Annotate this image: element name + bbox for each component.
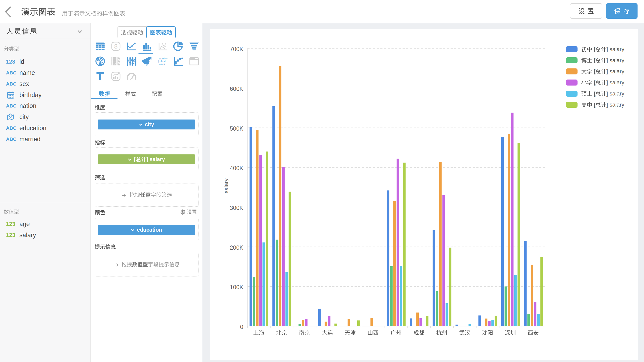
svg-text:200K: 200K (230, 244, 244, 251)
svg-text:0: 0 (240, 324, 243, 330)
svg-text:100K: 100K (230, 284, 244, 290)
svg-text:300K: 300K (230, 205, 244, 211)
svg-text:agile: agile (158, 60, 159, 63)
svg-text:word: word (159, 57, 164, 60)
svg-text:500K: 500K (230, 125, 244, 132)
svg-text:700K: 700K (230, 46, 244, 52)
svg-text:cloud: cloud (160, 60, 166, 63)
svg-text:600K: 600K (230, 86, 244, 92)
svg-text:agile Bi: agile Bi (159, 63, 165, 65)
svg-text:8: 8 (114, 43, 118, 50)
svg-text:cloud: cloud (165, 58, 168, 59)
svg-text:400K: 400K (230, 165, 244, 171)
